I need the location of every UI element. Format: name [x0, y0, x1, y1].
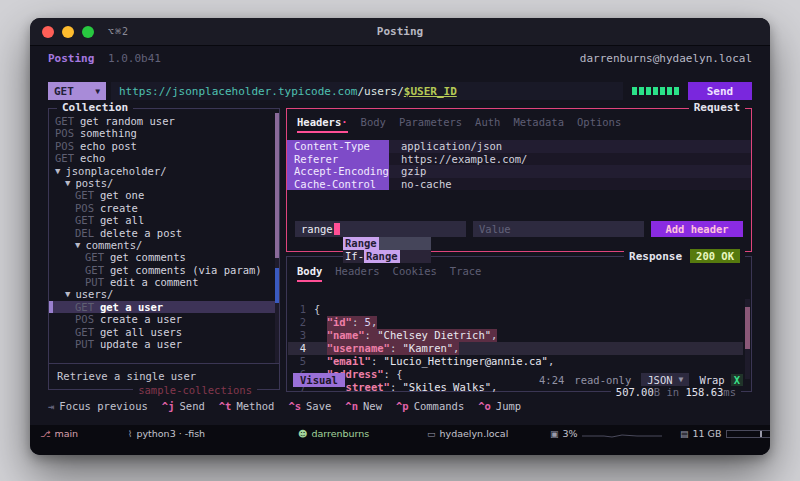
collection-request-item[interactable]: GETget all — [49, 214, 279, 226]
request-tab-metadata[interactable]: Metadata — [513, 116, 564, 133]
wrap-toggle[interactable]: Wrap X — [699, 374, 743, 386]
keybinding-label: Save — [306, 400, 331, 412]
header-row[interactable]: Refererhttps://example.com/ — [287, 153, 751, 166]
collection-request-item[interactable]: POScreate a user — [49, 313, 279, 325]
request-method-label: GET — [85, 251, 104, 263]
header-row[interactable]: Content-Typeapplication/json — [287, 140, 751, 153]
cpu-icon: ▣ — [550, 429, 559, 439]
format-select[interactable]: JSON ▼ — [641, 373, 689, 387]
collection-request-item[interactable]: POSsomething — [49, 127, 279, 139]
keybinding-commands[interactable]: ^pCommands — [396, 400, 464, 412]
collection-request-item[interactable]: POSecho post — [49, 140, 279, 152]
add-header-row: range Value Add header — [295, 221, 743, 237]
header-row[interactable]: Cache-Controlno-cache — [287, 178, 751, 191]
url-host-text: https://jsonplaceholder.typicode.com — [119, 85, 357, 98]
request-tab-options[interactable]: Options — [577, 116, 621, 133]
python-icon: ⌇ — [128, 429, 132, 439]
header-name-cell: Accept-Encoding — [287, 165, 389, 178]
collection-request-item[interactable]: GETget one — [49, 189, 279, 201]
keybinding-key: ^o — [478, 400, 491, 412]
http-method-value: GET — [54, 85, 74, 98]
response-tab-trace[interactable]: Trace — [450, 265, 482, 282]
ram-icon: ▤ — [680, 429, 689, 439]
window-shortcut-label: ⌥⌘2 — [108, 26, 129, 37]
wrap-checkbox[interactable]: X — [731, 374, 743, 386]
code-line: 4 "username": "Kamren", — [288, 342, 743, 355]
collection-folder[interactable]: ▼users/ — [49, 288, 279, 300]
collection-folder[interactable]: ▼comments/ — [49, 239, 279, 251]
collection-scrollbar[interactable] — [275, 113, 279, 363]
header-row[interactable]: Accept-Encodinggzip — [287, 165, 751, 178]
close-window-button[interactable] — [42, 26, 54, 38]
collection-request-item[interactable]: GETget comments (via param) — [49, 264, 279, 276]
code-token: "Chelsey Dietrich" — [377, 329, 491, 341]
keybinding-label: Send — [180, 400, 205, 412]
response-tab-cookies[interactable]: Cookies — [393, 265, 437, 282]
collection-request-item[interactable]: POScreate — [49, 202, 279, 214]
collection-request-item[interactable]: GETecho — [49, 152, 279, 164]
autocomplete-item[interactable]: If-Range — [343, 250, 431, 263]
line-number: 4 — [288, 342, 314, 355]
cpu-sparkline — [582, 429, 662, 438]
keybinding-focus-previous[interactable]: ⇥Focus previous — [48, 400, 148, 412]
collection-request-item[interactable]: GETget all users — [49, 326, 279, 338]
autocomplete-match: Range — [343, 237, 379, 250]
header-value-cell: gzip — [389, 165, 426, 178]
app-version: 1.0.0b41 — [108, 52, 161, 65]
send-button[interactable]: Send — [688, 82, 752, 100]
code-token: "email" — [327, 355, 371, 367]
trace-dot — [646, 87, 651, 95]
request-tab-parameters[interactable]: Parameters — [399, 116, 462, 133]
header-name-input[interactable]: range — [295, 221, 466, 237]
keybinding-save[interactable]: ^sSave — [288, 400, 331, 412]
autocomplete-item[interactable]: Range — [343, 237, 431, 250]
add-header-button[interactable]: Add header — [651, 221, 743, 237]
collection-scrollbar-thumb[interactable] — [275, 113, 279, 258]
code-selection: "username": "Kamren", — [327, 342, 460, 355]
response-scrollbar[interactable] — [745, 299, 750, 379]
request-tab-headers[interactable]: Headers· — [297, 116, 348, 133]
window-title: Posting — [30, 25, 770, 38]
response-tab-body[interactable]: Body — [297, 265, 322, 282]
code-selection: "name": "Chelsey Dietrich", — [327, 329, 498, 342]
collection-request-item[interactable]: GETget random user — [49, 115, 279, 127]
keybinding-method[interactable]: ^tMethod — [219, 400, 275, 412]
code-indent — [314, 316, 327, 329]
response-time: 158.63 — [685, 386, 723, 398]
keybinding-label: Commands — [414, 400, 465, 412]
minimize-window-button[interactable] — [62, 26, 74, 38]
request-method-label: PUT — [75, 338, 94, 350]
zoom-window-button[interactable] — [82, 26, 94, 38]
keybinding-new[interactable]: ^nNew — [345, 400, 382, 412]
keybinding-send[interactable]: ^jSend — [162, 400, 205, 412]
http-method-select[interactable]: GET ▼ — [48, 82, 106, 100]
collection-folder[interactable]: ▼posts/ — [49, 177, 279, 189]
folder-expanded-arrow-icon: ▼ — [55, 165, 60, 177]
folder-expanded-arrow-icon: ▼ — [65, 177, 70, 189]
monitor-icon: ▭ — [427, 429, 436, 439]
user-segment: ☻ darrenburns — [298, 428, 369, 439]
request-tab-auth[interactable]: Auth — [475, 116, 500, 133]
app-window: ⌥⌘2 Posting Posting 1.0.0b41 darrenburns… — [30, 18, 770, 455]
collection-request-item[interactable]: GETget a user — [49, 301, 279, 313]
collection-folder[interactable]: ▼jsonplaceholder/ — [49, 165, 279, 177]
collection-request-item[interactable]: PUTedit a comment — [49, 276, 279, 288]
collection-request-item[interactable]: DELdelete a post — [49, 227, 279, 239]
request-item-label: get comments (via param) — [110, 264, 262, 276]
request-item-label: comments/ — [85, 239, 142, 251]
wrap-label: Wrap — [699, 374, 724, 386]
code-indent — [314, 355, 327, 368]
response-tab-headers[interactable]: Headers — [335, 265, 379, 282]
keybinding-jump[interactable]: ^oJump — [478, 400, 521, 412]
request-pane: Request Headers·BodyParametersAuthMetada… — [286, 108, 752, 252]
keybinding-label: New — [363, 400, 382, 412]
app-name: Posting — [48, 52, 94, 65]
collection-request-item[interactable]: GETget comments — [49, 251, 279, 263]
collection-request-item[interactable]: PUTupdate a user — [49, 338, 279, 350]
request-item-label: get one — [100, 189, 144, 201]
header-value-input[interactable]: Value — [473, 221, 644, 237]
request-item-label: create — [100, 202, 138, 214]
url-input[interactable]: https://jsonplaceholder.typicode.com/use… — [111, 82, 623, 100]
request-tab-body[interactable]: Body — [361, 116, 386, 133]
response-scrollbar-thumb[interactable] — [745, 307, 750, 349]
